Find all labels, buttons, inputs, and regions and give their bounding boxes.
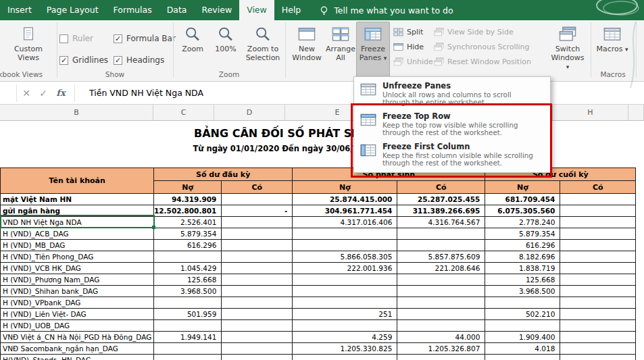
- cell-g[interactable]: 4.018: [485, 343, 560, 355]
- cell-g[interactable]: 681.709.454: [485, 194, 560, 205]
- cell-d[interactable]: [222, 274, 293, 286]
- cell-c[interactable]: 616.296: [154, 240, 222, 251]
- cell-g[interactable]: [485, 320, 560, 332]
- cell-e[interactable]: [293, 240, 397, 251]
- cell-d[interactable]: [222, 343, 293, 355]
- cell-g[interactable]: 502.210: [485, 309, 560, 320]
- cell-c[interactable]: [154, 320, 222, 332]
- cell-name[interactable]: VNĐ Sacombank_ngắn hạn_DAG: [1, 343, 154, 355]
- enter-button[interactable]: ✓: [36, 82, 51, 105]
- cell-c[interactable]: 1.045.429: [154, 263, 222, 274]
- cell-e[interactable]: 304.961.771.454: [293, 205, 397, 217]
- cell-name[interactable]: H (VND)_Phương Nam_DAG: [1, 274, 154, 286]
- gridlines-checkbox[interactable]: ✓ Gridlines: [59, 55, 108, 65]
- cell-name[interactable]: H (VND)_VCB HK_DAG: [1, 263, 154, 274]
- cell-e[interactable]: 25.874.415.000: [293, 194, 397, 205]
- cell-g[interactable]: [485, 297, 560, 309]
- cell-h[interactable]: [560, 297, 636, 309]
- cell-g[interactable]: 1.909.400: [485, 332, 560, 343]
- cell-name[interactable]: H (VND)_VPbank_DAG: [1, 297, 154, 309]
- cell-f[interactable]: [397, 309, 485, 320]
- cell-h[interactable]: [560, 332, 636, 343]
- header-credit[interactable]: Có: [397, 181, 485, 194]
- cell-d[interactable]: -: [222, 205, 293, 217]
- tab-page-layout[interactable]: Page Layout: [39, 0, 106, 20]
- cell-g[interactable]: 1.838.719: [485, 263, 560, 274]
- header-debit[interactable]: Nợ: [154, 181, 222, 194]
- menu-item-freeze-first-column[interactable]: Freeze First Column Keep the first colum…: [354, 140, 550, 170]
- cell-d[interactable]: [222, 228, 293, 240]
- cell-g[interactable]: 125.668: [485, 274, 560, 286]
- cell-g[interactable]: 8.182.696: [485, 251, 560, 263]
- header-debit[interactable]: Nợ: [485, 181, 560, 194]
- tab-review[interactable]: Review: [195, 0, 240, 20]
- cancel-button[interactable]: ✕: [19, 82, 34, 105]
- cell-f[interactable]: [397, 228, 485, 240]
- cell-f[interactable]: 4.316.764.567: [397, 217, 485, 228]
- cell-e[interactable]: [293, 286, 397, 297]
- tab-view[interactable]: View: [239, 0, 274, 20]
- cell-c[interactable]: [154, 355, 222, 360]
- cell-f[interactable]: 44.000: [397, 332, 485, 343]
- cell-d[interactable]: [222, 297, 293, 309]
- cell-h[interactable]: [560, 194, 636, 205]
- cell-d[interactable]: [222, 320, 293, 332]
- tab-insert[interactable]: Insert: [0, 0, 39, 20]
- cell-c[interactable]: 501.959: [154, 309, 222, 320]
- cell-f[interactable]: [397, 320, 485, 332]
- cell-c[interactable]: [154, 343, 222, 355]
- cell-e[interactable]: 4.259: [293, 332, 397, 343]
- insert-function-button[interactable]: fx: [53, 82, 68, 105]
- cell-c[interactable]: [154, 297, 222, 309]
- cell-c[interactable]: 125.668: [154, 274, 222, 286]
- cell-d[interactable]: [222, 251, 293, 263]
- header-credit[interactable]: Có: [222, 181, 293, 194]
- cell-e[interactable]: 222.001.936: [293, 263, 397, 274]
- cell-name[interactable]: VND NH Việt Nga NDA: [1, 217, 154, 228]
- cell-e[interactable]: 251: [293, 309, 397, 320]
- cell-e[interactable]: [293, 355, 397, 360]
- formula-bar-checkbox[interactable]: ✓ Formula Bar: [114, 34, 176, 43]
- cell-name[interactable]: VNĐ Việt á_CN Hà Nội_PGD Hà Đông_DAG: [1, 332, 154, 343]
- tab-data[interactable]: Data: [159, 0, 195, 20]
- cell-f[interactable]: 25.287.025.455: [397, 194, 485, 205]
- cell-c[interactable]: 3.968.500: [154, 286, 222, 297]
- header-credit[interactable]: Có: [560, 181, 636, 194]
- cell-h[interactable]: [560, 274, 636, 286]
- cell-h[interactable]: [560, 355, 636, 360]
- cell-f[interactable]: 311.389.266.695: [397, 205, 485, 217]
- cell-f[interactable]: 1.205.326.807: [397, 343, 485, 355]
- cell-g[interactable]: 6.075.305.560: [485, 205, 560, 217]
- cell-e[interactable]: 1.205.330.825: [293, 343, 397, 355]
- cell-e[interactable]: 4.317.016.406: [293, 217, 397, 228]
- cell-f[interactable]: 221.208.646: [397, 263, 485, 274]
- cell-name[interactable]: mặt Việt Nam HN: [1, 194, 154, 205]
- cell-name[interactable]: gửi ngân hàng: [1, 205, 154, 217]
- header-opening-balance[interactable]: Số dư đầu kỳ: [154, 168, 293, 181]
- cell-h[interactable]: [560, 343, 636, 355]
- cell-c[interactable]: 1.949.141: [154, 332, 222, 343]
- cell-h[interactable]: [560, 217, 636, 228]
- cell-f[interactable]: [397, 240, 485, 251]
- cell-e[interactable]: [293, 320, 397, 332]
- cell-g[interactable]: 2.778.240: [485, 217, 560, 228]
- cell-d[interactable]: [222, 355, 293, 360]
- cell-name[interactable]: H(VND)_Standr._HN_DAG: [1, 355, 154, 360]
- cell-e[interactable]: [293, 297, 397, 309]
- column-header-C[interactable]: C: [153, 105, 214, 120]
- cell-name[interactable]: H (VND)_MB_DAG: [1, 240, 154, 251]
- cell-h[interactable]: [560, 309, 636, 320]
- cell-d[interactable]: [222, 286, 293, 297]
- cell-c[interactable]: 5.879.354: [154, 228, 222, 240]
- cell-g[interactable]: 3.968.500: [485, 286, 560, 297]
- menu-item-freeze-top-row[interactable]: Freeze Top Row Keep the top row visible …: [354, 109, 550, 140]
- cell-c[interactable]: 94.319.909: [154, 194, 222, 205]
- cell-h[interactable]: [560, 205, 636, 217]
- cell-g[interactable]: 5.879.354: [485, 228, 560, 240]
- cell-f[interactable]: 5.857.875.609: [397, 251, 485, 263]
- cell-h[interactable]: [560, 320, 636, 332]
- headings-checkbox[interactable]: ✓ Headings: [114, 55, 164, 65]
- split-button[interactable]: Split: [393, 25, 423, 38]
- column-header-B[interactable]: B: [0, 105, 153, 120]
- cell-name[interactable]: H (VND)_UOB_DAG: [1, 320, 154, 332]
